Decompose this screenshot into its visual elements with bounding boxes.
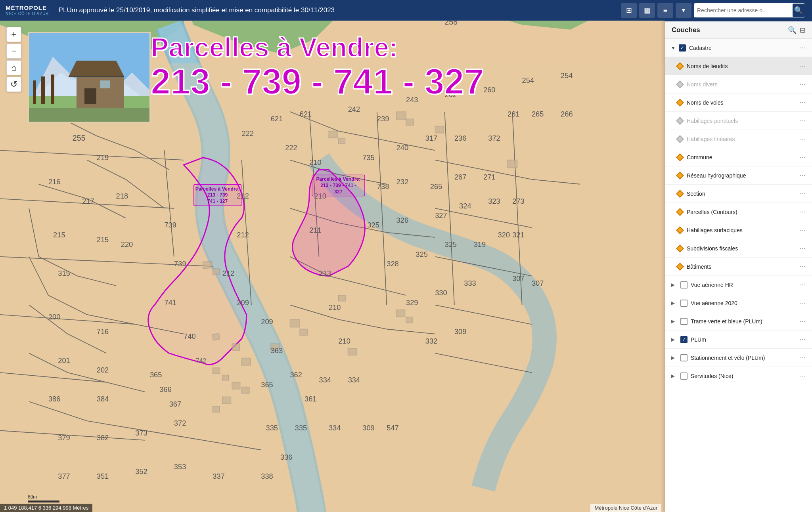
- svg-text:236: 236: [454, 134, 466, 142]
- layer-item-habillages-lineaires[interactable]: Habillages linéaires ···: [665, 130, 812, 148]
- layer-item-noms-divers[interactable]: Noms divers ···: [665, 75, 812, 94]
- grid-icon-btn[interactable]: ▦: [639, 3, 655, 18]
- layer-more-parcelles-contours[interactable]: ···: [799, 208, 806, 216]
- menu-icon-btn[interactable]: ≡: [657, 3, 673, 18]
- logo-area: MÉTROPOLE NICE CÔTE D'AZUR: [0, 5, 55, 16]
- svg-text:315: 315: [58, 269, 70, 277]
- layer-more-habillages-surfaciques[interactable]: ···: [799, 226, 806, 234]
- svg-text:260: 260: [483, 86, 495, 94]
- page-title: PLUm approuvé le 25/10/2019, modificatio…: [55, 6, 621, 14]
- layer-item-commune[interactable]: Commune ···: [665, 148, 812, 166]
- layer-item-vue-aerienne-hr[interactable]: ▶ Vue aérienne HR ···: [665, 276, 812, 294]
- big-text-line2: 213 - 739 - 741 - 327: [151, 62, 484, 101]
- layer-item-noms-voies[interactable]: Noms de voies ···: [665, 94, 812, 112]
- layer-name-stationnement-velo: Stationnement et vélo (PLUm): [691, 355, 796, 361]
- svg-text:266: 266: [561, 110, 573, 118]
- layer-more-cadastre[interactable]: ···: [799, 44, 806, 52]
- svg-text:202: 202: [97, 366, 109, 374]
- filter-layers-button[interactable]: ⊟: [800, 26, 806, 34]
- expand-btn-vue-aerienne-hr[interactable]: ▶: [671, 282, 677, 288]
- svg-text:362: 362: [290, 371, 302, 379]
- layer-more-noms-divers[interactable]: ···: [799, 80, 806, 88]
- layer-group-cadastre[interactable]: ▼ ✓ Cadastre ···: [665, 39, 812, 57]
- layer-checkbox-stationnement-velo[interactable]: [680, 354, 688, 361]
- layer-more-servitudes-nice[interactable]: ···: [799, 372, 806, 380]
- home-button[interactable]: ⌂: [6, 60, 21, 75]
- svg-text:351: 351: [97, 472, 109, 480]
- layer-checkbox-cadastre[interactable]: ✓: [679, 44, 686, 52]
- big-text-overlay: Parcelles à Vendre: 213 - 739 - 741 - 32…: [151, 32, 484, 101]
- layer-diamond-icon: [676, 245, 684, 252]
- layer-more-vue-aerienne-hr[interactable]: ···: [799, 281, 806, 289]
- expand-btn-vue-aerienne-2020[interactable]: ▶: [671, 300, 677, 306]
- layer-item-noms-lieudits[interactable]: Noms de lieudits ···: [665, 57, 812, 75]
- search-button[interactable]: 🔍: [793, 4, 805, 17]
- refresh-button[interactable]: ↺: [6, 77, 21, 92]
- layer-item-batiments[interactable]: Bâtiments ···: [665, 258, 812, 276]
- subheader-title: Couches: [672, 26, 700, 34]
- layer-item-reseau-hydro[interactable]: Réseau hydrographique ···: [665, 166, 812, 185]
- layer-more-reseau-hydro[interactable]: ···: [799, 171, 806, 180]
- search-layers-button[interactable]: 🔍: [788, 26, 797, 34]
- layer-item-plum[interactable]: ▶ ✓ PLUm ···: [665, 331, 812, 349]
- layer-more-commune[interactable]: ···: [799, 153, 806, 161]
- layer-checkbox-vue-aerienne-2020[interactable]: [680, 300, 688, 307]
- layer-item-section[interactable]: Section ···: [665, 185, 812, 203]
- layer-checkbox-plum[interactable]: ✓: [680, 336, 688, 343]
- layer-item-stationnement-velo[interactable]: ▶ Stationnement et vélo (PLUm) ···: [665, 349, 812, 367]
- layer-checkbox-servitudes-nice[interactable]: [680, 373, 688, 380]
- layer-item-servitudes-nice[interactable]: ▶ Servitudes (Nice) ···: [665, 367, 812, 385]
- expand-btn-plum[interactable]: ▶: [671, 336, 677, 342]
- layer-name-noms-divers: Noms divers: [687, 81, 796, 88]
- svg-text:353: 353: [174, 462, 186, 471]
- coords-bar: 1 049 188,417 6 336 294,998 Mètres: [0, 504, 92, 512]
- layer-more-habillages-ponctuels[interactable]: ···: [799, 117, 806, 125]
- search-area: 🔍: [694, 3, 805, 17]
- zoom-in-button[interactable]: +: [6, 27, 21, 42]
- svg-text:621: 621: [300, 110, 312, 118]
- svg-rect-201: [84, 88, 96, 104]
- layer-more-noms-voies[interactable]: ···: [799, 98, 806, 107]
- svg-text:324: 324: [459, 202, 471, 210]
- svg-text:367: 367: [169, 400, 181, 408]
- svg-text:739: 739: [164, 221, 176, 229]
- layer-checkbox-trame-verte[interactable]: [680, 318, 688, 325]
- svg-rect-82: [232, 344, 240, 350]
- layer-more-subdivisions-fiscales[interactable]: ···: [799, 244, 806, 252]
- svg-text:212: 212: [222, 269, 234, 277]
- svg-text:352: 352: [135, 467, 147, 476]
- layer-more-habillages-lineaires[interactable]: ···: [799, 135, 806, 143]
- svg-rect-80: [508, 160, 517, 168]
- svg-text:307: 307: [532, 279, 544, 287]
- layer-more-batiments[interactable]: ···: [799, 262, 806, 271]
- expand-btn-servitudes-nice[interactable]: ▶: [671, 373, 677, 379]
- layer-item-subdivisions-fiscales[interactable]: Subdivisions fiscales ···: [665, 239, 812, 258]
- layer-name-parcelles-contours: Parcelles (Contours): [687, 209, 796, 215]
- layer-more-plum[interactable]: ···: [799, 335, 806, 344]
- svg-text:363: 363: [271, 346, 283, 355]
- zoom-out-button[interactable]: −: [6, 44, 21, 59]
- layer-item-habillages-ponctuels[interactable]: Habillages ponctuels ···: [665, 112, 812, 130]
- layer-more-noms-lieudits[interactable]: ···: [799, 62, 806, 70]
- svg-text:240: 240: [396, 143, 408, 152]
- search-input[interactable]: [697, 7, 793, 13]
- layer-more-section[interactable]: ···: [799, 189, 806, 198]
- layers-icon-btn[interactable]: ⊞: [621, 3, 637, 18]
- layer-diamond-icon: [676, 154, 684, 161]
- expand-btn-trame-verte[interactable]: ▶: [671, 318, 677, 324]
- layer-more-stationnement-velo[interactable]: ···: [799, 353, 806, 362]
- dropdown-icon-btn[interactable]: ▼: [676, 3, 691, 18]
- layer-more-vue-aerienne-2020[interactable]: ···: [799, 299, 806, 307]
- layer-more-trame-verte[interactable]: ···: [799, 317, 806, 325]
- svg-rect-196: [41, 76, 45, 104]
- svg-text:325: 325: [416, 250, 427, 258]
- layer-item-trame-verte[interactable]: ▶ Trame verte et bleue (PLUm) ···: [665, 312, 812, 331]
- svg-text:547: 547: [387, 424, 398, 432]
- layer-checkbox-vue-aerienne-hr[interactable]: [680, 281, 688, 288]
- expand-btn-stationnement-velo[interactable]: ▶: [671, 355, 677, 361]
- layer-item-parcelles-contours[interactable]: Parcelles (Contours) ···: [665, 203, 812, 221]
- svg-text:210: 210: [338, 337, 350, 345]
- svg-text:222: 222: [285, 143, 297, 152]
- layer-item-habillages-surfaciques[interactable]: Habillages surfaciques ···: [665, 221, 812, 239]
- layer-item-vue-aerienne-2020[interactable]: ▶ Vue aérienne 2020 ···: [665, 294, 812, 312]
